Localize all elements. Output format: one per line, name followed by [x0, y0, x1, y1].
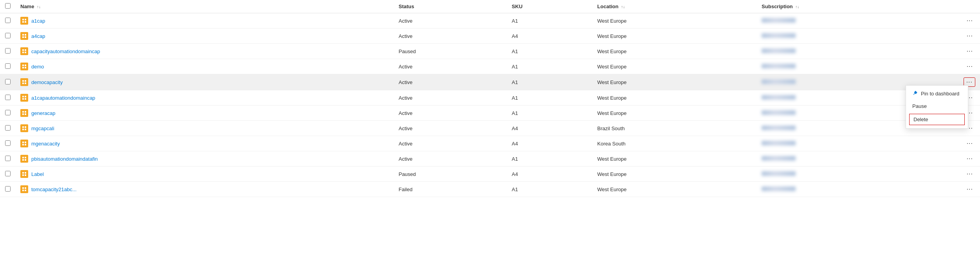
row-checkbox-cell[interactable] — [0, 106, 16, 121]
more-options-button[interactable]: ··· — [964, 32, 975, 40]
row-checkbox[interactable] — [5, 95, 11, 100]
row-location-cell: West Europe — [593, 167, 757, 182]
resource-name-link[interactable]: Label — [31, 171, 44, 177]
svg-rect-29 — [25, 98, 26, 100]
row-checkbox-cell[interactable] — [0, 29, 16, 44]
row-checkbox[interactable] — [5, 125, 11, 131]
row-subscription-cell — [757, 182, 957, 197]
resource-type-icon — [20, 94, 28, 102]
svg-rect-1 — [22, 19, 24, 20]
resource-name-link[interactable]: mgcapcali — [31, 126, 54, 131]
row-status-cell: Active — [394, 121, 507, 136]
more-options-button[interactable]: ··· — [964, 47, 975, 56]
row-checkbox-cell[interactable] — [0, 136, 16, 151]
row-checkbox[interactable] — [5, 18, 11, 23]
row-name-cell: a1cap — [16, 13, 394, 29]
select-all-checkbox-cell[interactable] — [0, 0, 16, 13]
svg-rect-39 — [25, 129, 26, 130]
row-checkbox-cell[interactable] — [0, 167, 16, 182]
row-checkbox-cell[interactable] — [0, 74, 16, 90]
svg-rect-17 — [25, 65, 26, 66]
delete-label: Delete — [913, 117, 928, 122]
column-header-location[interactable]: Location ↑↓ — [593, 0, 757, 13]
resource-name-link[interactable]: democapacity — [31, 79, 63, 85]
row-checkbox[interactable] — [5, 79, 11, 84]
table-row: generacap ActiveA1West Europe ··· — [0, 106, 980, 121]
row-checkbox[interactable] — [5, 33, 11, 38]
row-action-cell[interactable]: ··· — [957, 182, 980, 197]
svg-rect-51 — [22, 172, 24, 174]
row-checkbox-cell[interactable] — [0, 90, 16, 106]
more-options-button[interactable]: ··· — [964, 154, 975, 163]
row-action-cell[interactable]: ··· — [957, 44, 980, 59]
table-row: democapacity ActiveA1West Europe ··· Pin… — [0, 74, 980, 90]
more-options-button[interactable]: ··· — [964, 16, 975, 25]
row-action-cell[interactable]: ··· — [957, 151, 980, 167]
row-name-cell: a1capautomationdomaincap — [16, 90, 394, 106]
more-options-button[interactable]: ··· — [964, 139, 975, 148]
resource-name-link[interactable]: capacityautomationdomaincap — [31, 48, 100, 54]
resource-name-link[interactable]: a1capautomationdomaincap — [31, 95, 95, 101]
row-action-cell[interactable]: ··· — [957, 136, 980, 151]
more-options-button[interactable]: ··· — [964, 62, 975, 71]
svg-rect-59 — [25, 190, 26, 191]
more-options-button[interactable]: ··· — [964, 170, 975, 178]
table-row: demo ActiveA1West Europe ··· — [0, 59, 980, 74]
delete-item[interactable]: Delete — [909, 114, 965, 125]
svg-rect-19 — [25, 67, 26, 68]
subscription-value — [762, 18, 796, 23]
row-location-cell: West Europe — [593, 29, 757, 44]
row-checkbox-cell[interactable] — [0, 44, 16, 59]
row-checkbox[interactable] — [5, 171, 11, 176]
resource-type-icon — [20, 185, 28, 193]
row-checkbox[interactable] — [5, 156, 11, 161]
resource-name-link[interactable]: tomcapacity21abc... — [31, 186, 77, 192]
context-menu-inline: Pin to dashboard Pause Delete — [906, 85, 968, 129]
row-checkbox[interactable] — [5, 110, 11, 115]
svg-rect-20 — [22, 79, 27, 85]
row-status-cell: Failed — [394, 182, 507, 197]
pause-item[interactable]: Pause — [906, 100, 968, 112]
subscription-value — [762, 64, 796, 68]
row-sku-cell: A4 — [507, 29, 593, 44]
row-checkbox-cell[interactable] — [0, 151, 16, 167]
svg-rect-9 — [25, 36, 26, 38]
resource-name-link[interactable]: demo — [31, 64, 44, 70]
column-header-sku: SKU — [507, 0, 593, 13]
row-sku-cell: A1 — [507, 90, 593, 106]
svg-rect-48 — [22, 159, 24, 161]
row-action-cell[interactable]: ··· — [957, 167, 980, 182]
row-checkbox[interactable] — [5, 140, 11, 146]
resource-name-link[interactable]: generacap — [31, 110, 55, 116]
row-checkbox-cell[interactable] — [0, 13, 16, 29]
pin-to-dashboard-item[interactable]: Pin to dashboard — [906, 87, 968, 100]
table-row: tomcapacity21abc... FailedA1West Europe … — [0, 182, 980, 197]
resource-name-link[interactable]: a1cap — [31, 18, 45, 24]
svg-rect-26 — [22, 96, 24, 97]
column-header-name[interactable]: Name ↑↓ — [16, 0, 394, 13]
row-checkbox[interactable] — [5, 48, 11, 54]
row-checkbox[interactable] — [5, 186, 11, 192]
more-options-button[interactable]: ··· — [964, 185, 975, 194]
resource-type-icon — [20, 170, 28, 178]
row-checkbox-cell[interactable] — [0, 182, 16, 197]
svg-rect-37 — [25, 126, 26, 128]
resource-table: Name ↑↓ Status SKU Location ↑↓ Subscript… — [0, 0, 980, 197]
row-action-cell[interactable]: ··· — [957, 29, 980, 44]
column-header-subscription[interactable]: Subscription ↑↓ — [757, 0, 957, 13]
row-subscription-cell — [757, 59, 957, 74]
row-checkbox-cell[interactable] — [0, 121, 16, 136]
resource-name-link[interactable]: a4cap — [31, 33, 45, 39]
row-subscription-cell — [757, 13, 957, 29]
resource-name-link[interactable]: pbisautomationdomaindatafin — [31, 156, 98, 162]
svg-rect-34 — [25, 113, 26, 115]
row-action-cell[interactable]: ··· Pin to dashboard Pause Delete — [957, 74, 980, 90]
row-checkbox[interactable] — [5, 63, 11, 69]
svg-rect-38 — [22, 129, 24, 130]
resource-name-link[interactable]: mgenacacity — [31, 141, 60, 147]
svg-rect-35 — [22, 126, 27, 131]
row-checkbox-cell[interactable] — [0, 59, 16, 74]
select-all-checkbox[interactable] — [5, 3, 11, 9]
row-action-cell[interactable]: ··· — [957, 13, 980, 29]
row-action-cell[interactable]: ··· — [957, 59, 980, 74]
